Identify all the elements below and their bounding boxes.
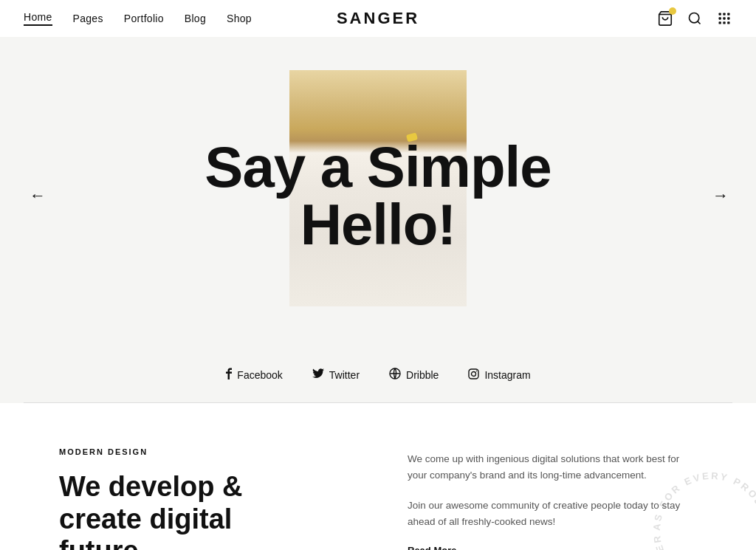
nav-pages[interactable]: Pages xyxy=(73,13,103,24)
svg-rect-9 xyxy=(719,21,721,24)
nav-home[interactable]: Home xyxy=(24,11,52,26)
dribble-icon xyxy=(389,368,401,382)
nav-portfolio[interactable]: Portfolio xyxy=(124,13,164,24)
nav-blog[interactable]: Blog xyxy=(185,13,206,24)
svg-text:AS FOR EVERY PROJECT. UNIQUE. : AS FOR EVERY PROJECT. UNIQUE. AS FOR EVE… xyxy=(645,464,756,550)
hero-headline: Say a Simple Hello! xyxy=(157,138,599,253)
hero-headline-line2: Hello! xyxy=(300,192,456,257)
section-heading: We develop & create digital future. xyxy=(59,471,281,550)
social-twitter[interactable]: Twitter xyxy=(312,368,360,382)
svg-point-15 xyxy=(476,370,478,371)
nav-links: Home Pages Portfolio Blog Shop xyxy=(24,11,252,26)
read-more-link[interactable]: Read More xyxy=(408,545,456,550)
arrow-right-icon: → xyxy=(712,186,726,204)
brand-logo[interactable]: SANGER xyxy=(337,9,419,28)
social-twitter-label: Twitter xyxy=(329,369,360,381)
svg-rect-5 xyxy=(727,13,729,16)
hero-text: Say a Simple Hello! xyxy=(157,138,599,253)
svg-rect-3 xyxy=(719,13,721,16)
social-dribble-label: Dribble xyxy=(406,369,439,381)
svg-rect-6 xyxy=(719,17,721,19)
facebook-icon xyxy=(225,368,232,382)
navigation: Home Pages Portfolio Blog Shop SANGER xyxy=(0,0,756,37)
twitter-icon xyxy=(312,368,324,381)
nav-shop[interactable]: Shop xyxy=(227,13,252,24)
social-instagram[interactable]: Instagram xyxy=(468,368,530,382)
circular-stamp: AS FOR EVERY PROJECT. UNIQUE. AS FOR EVE… xyxy=(645,464,756,550)
hero-section: ← Say a Simple Hello! → xyxy=(0,37,756,354)
svg-rect-4 xyxy=(723,13,725,16)
social-bar: Facebook Twitter Dribble Instagram xyxy=(0,354,756,402)
hero-next-button[interactable]: → xyxy=(712,186,726,205)
svg-rect-10 xyxy=(723,21,725,24)
social-facebook[interactable]: Facebook xyxy=(225,368,282,382)
instagram-icon xyxy=(468,368,479,382)
svg-rect-11 xyxy=(727,21,729,24)
content-section: MODERN DESIGN We develop & create digita… xyxy=(0,403,756,550)
svg-line-2 xyxy=(698,21,701,24)
svg-rect-7 xyxy=(723,17,725,19)
svg-rect-8 xyxy=(727,17,729,19)
nav-actions xyxy=(657,10,732,27)
svg-point-14 xyxy=(472,371,476,376)
hero-headline-line1: Say a Simple xyxy=(205,134,551,199)
content-left: MODERN DESIGN We develop & create digita… xyxy=(59,447,348,550)
cart-button[interactable] xyxy=(657,10,673,27)
section-label: MODERN DESIGN xyxy=(59,447,348,456)
social-facebook-label: Facebook xyxy=(237,369,282,381)
search-button[interactable] xyxy=(687,10,703,27)
svg-point-1 xyxy=(690,13,699,23)
cart-badge xyxy=(669,7,676,15)
social-instagram-label: Instagram xyxy=(484,369,530,381)
grid-menu-button[interactable] xyxy=(716,10,732,27)
hero-content: Say a Simple Hello! xyxy=(0,85,756,306)
social-dribble[interactable]: Dribble xyxy=(389,368,439,382)
